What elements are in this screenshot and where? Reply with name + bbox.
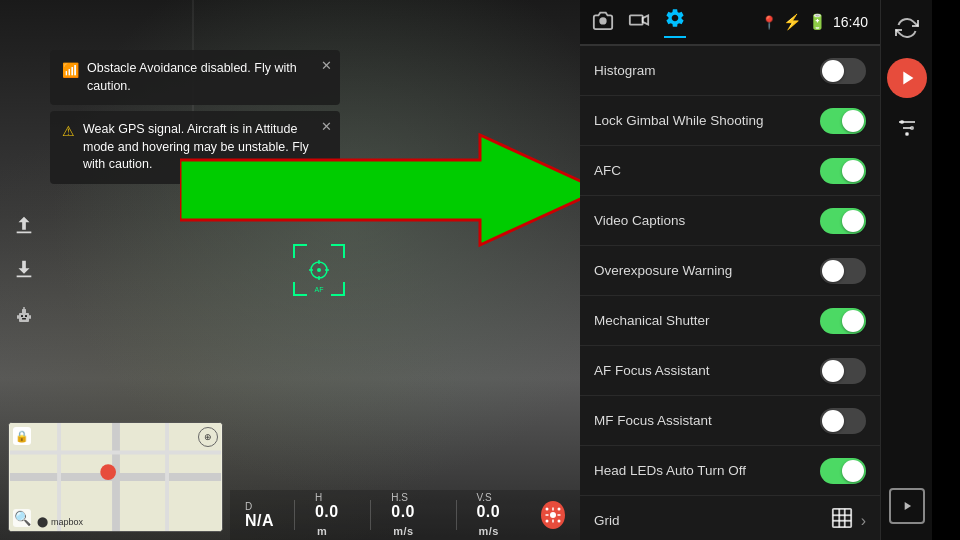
mechanical-shutter-toggle[interactable]: [820, 308, 866, 334]
afc-toggle[interactable]: [820, 158, 866, 184]
vs-unit: m/s: [478, 525, 498, 537]
altitude-unit: m: [317, 525, 327, 537]
hud-separator-3: [456, 500, 457, 530]
hud-distance: D N/A: [245, 501, 274, 530]
settings-panel: 📍 ⚡ 🔋 16:40 Histogram Lock Gimbal While …: [580, 0, 880, 540]
record-button[interactable]: [887, 58, 927, 98]
system-time: 16:40: [833, 14, 868, 30]
svg-point-32: [599, 17, 606, 24]
svg-point-29: [557, 508, 560, 511]
drone-avatar: [541, 501, 565, 529]
overexposure-warning-toggle-thumb: [822, 260, 844, 282]
afc-label: AFC: [594, 163, 621, 178]
download-icon[interactable]: [8, 254, 40, 286]
svg-point-43: [910, 126, 914, 130]
left-controls: [8, 210, 40, 330]
map-zoom-icon[interactable]: 🔍: [13, 509, 31, 527]
notification-obstacle: 📶 Obstacle Avoidance disabled. Fly with …: [50, 50, 340, 105]
svg-point-28: [545, 508, 548, 511]
lock-gimbal-label: Lock Gimbal While Shooting: [594, 113, 764, 128]
head-leds-toggle-thumb: [842, 460, 864, 482]
grid-chevron-icon: ›: [861, 512, 866, 530]
altitude-value: 0.0 m: [315, 503, 350, 539]
robot-icon[interactable]: [8, 298, 40, 330]
setting-histogram: Histogram: [580, 46, 880, 96]
svg-rect-34: [833, 509, 851, 527]
mf-focus-assistant-toggle[interactable]: [820, 408, 866, 434]
af-focus-assistant-toggle-thumb: [822, 360, 844, 382]
upload-icon[interactable]: [8, 210, 40, 242]
distance-value: N/A: [245, 512, 274, 530]
hs-label: H.S: [391, 492, 408, 503]
setting-mf-focus-assistant: MF Focus Assistant: [580, 396, 880, 446]
setting-head-leds: Head LEDs Auto Turn Off: [580, 446, 880, 496]
setting-grid[interactable]: Grid ›: [580, 496, 880, 540]
svg-rect-33: [630, 15, 643, 24]
vs-label: V.S: [476, 492, 491, 503]
svg-rect-10: [17, 315, 19, 319]
setting-overexposure-warning: Overexposure Warning: [580, 246, 880, 296]
hud-separator-2: [370, 500, 371, 530]
mechanical-shutter-toggle-thumb: [842, 310, 864, 332]
svg-point-30: [545, 520, 548, 523]
lock-gimbal-toggle[interactable]: [820, 108, 866, 134]
svg-point-26: [100, 464, 116, 480]
svg-point-42: [900, 120, 904, 124]
focus-reticle: AF: [289, 240, 349, 300]
af-focus-assistant-toggle[interactable]: [820, 358, 866, 384]
mini-map: 🔒 ⊕ 🔍 ⬤ mapbox: [8, 422, 223, 532]
hud-horizontal-speed: H.S 0.0 m/s: [391, 492, 435, 539]
grid-label: Grid: [594, 513, 620, 528]
video-captions-toggle-thumb: [842, 210, 864, 232]
battery-charging-icon: ⚡: [783, 13, 802, 31]
settings-list: Histogram Lock Gimbal While Shooting AFC…: [580, 46, 880, 540]
hud-vertical-speed: V.S 0.0 m/s: [476, 492, 520, 539]
camera-tab-icon[interactable]: [592, 9, 614, 36]
wifi-icon: 📶: [62, 62, 79, 78]
histogram-label: Histogram: [594, 63, 656, 78]
sync-button[interactable]: [887, 8, 927, 48]
svg-rect-5: [21, 315, 23, 317]
video-captions-label: Video Captions: [594, 213, 685, 228]
svg-text:AF: AF: [315, 286, 324, 293]
svg-point-9: [23, 307, 25, 309]
settings-top-bar: 📍 ⚡ 🔋 16:40: [580, 0, 880, 46]
settings-tab-icon[interactable]: [664, 7, 686, 38]
video-tab-icon[interactable]: [628, 9, 650, 36]
right-sidebar: [880, 0, 932, 540]
distance-label: D: [245, 501, 252, 512]
svg-rect-8: [22, 309, 26, 313]
map-content: 🔒 ⊕ 🔍 ⬤ mapbox: [9, 423, 222, 531]
settings-tabs: [592, 7, 686, 38]
histogram-toggle-thumb: [822, 60, 844, 82]
svg-point-31: [557, 520, 560, 523]
status-bar: 📍 ⚡ 🔋 16:40: [761, 13, 868, 31]
svg-rect-6: [25, 315, 27, 317]
afc-toggle-thumb: [842, 160, 864, 182]
battery-level-icon: 🔋: [808, 13, 827, 31]
filter-button[interactable]: [887, 108, 927, 148]
notification-gps-text: Weak GPS signal. Aircraft is in Attitude…: [83, 121, 310, 174]
setting-lock-gimbal: Lock Gimbal While Shooting: [580, 96, 880, 146]
notification-obstacle-text: Obstacle Avoidance disabled. Fly with ca…: [87, 60, 310, 95]
af-focus-assistant-label: AF Focus Assistant: [594, 363, 710, 378]
video-captions-toggle[interactable]: [820, 208, 866, 234]
overexposure-warning-toggle[interactable]: [820, 258, 866, 284]
grid-select-button[interactable]: ›: [831, 507, 866, 534]
setting-af-focus-assistant: AF Focus Assistant: [580, 346, 880, 396]
head-leds-toggle[interactable]: [820, 458, 866, 484]
setting-afc: AFC: [580, 146, 880, 196]
notification-gps-close[interactable]: ✕: [321, 119, 332, 134]
mapbox-logo: ⬤ mapbox: [37, 516, 83, 527]
map-lock-icon: 🔒: [13, 427, 31, 445]
notification-obstacle-close[interactable]: ✕: [321, 58, 332, 73]
svg-point-14: [317, 268, 321, 272]
hs-value: 0.0 m/s: [391, 503, 435, 539]
setting-video-captions: Video Captions: [580, 196, 880, 246]
hs-unit: m/s: [393, 525, 413, 537]
svg-rect-11: [29, 315, 31, 319]
mechanical-shutter-label: Mechanical Shutter: [594, 313, 710, 328]
histogram-toggle[interactable]: [820, 58, 866, 84]
camera-view: 📶 Obstacle Avoidance disabled. Fly with …: [0, 0, 580, 540]
gallery-button[interactable]: [889, 488, 925, 524]
